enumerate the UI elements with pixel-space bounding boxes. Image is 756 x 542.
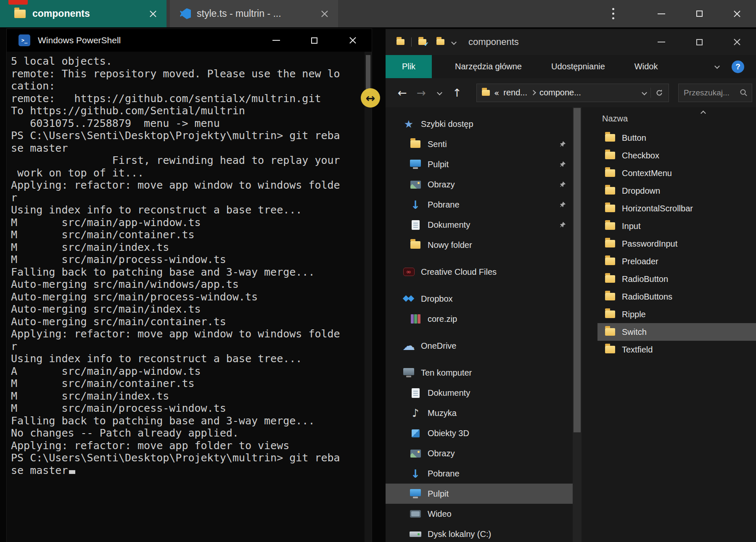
file-item-dropdown[interactable]: Dropdown: [597, 182, 756, 200]
help-icon[interactable]: ?: [732, 61, 744, 73]
search-icon: [740, 89, 748, 97]
maximize-button[interactable]: [680, 0, 718, 27]
file-item-label: RadioButtons: [622, 292, 672, 302]
sidebar-item-wideo[interactable]: Wideo: [386, 504, 573, 524]
sidebar-item-pobrane[interactable]: ↓ Pobrane: [386, 195, 573, 215]
file-item-ripple[interactable]: Ripple: [597, 305, 756, 323]
pin-icon[interactable]: [559, 181, 566, 188]
up-button[interactable]: ↑: [448, 87, 466, 98]
file-item-passwordinput[interactable]: PasswordInput: [597, 235, 756, 253]
close-button[interactable]: [718, 0, 756, 27]
refresh-icon[interactable]: [655, 89, 663, 97]
explorer-titlebar[interactable]: ✓ components: [386, 29, 756, 55]
sidebar-item-label: Obrazy: [428, 180, 455, 189]
file-item-label: Ripple: [622, 310, 646, 319]
explorer-scrollbar[interactable]: [573, 107, 582, 542]
sidebar-item-nowy-folder[interactable]: Nowy folder: [386, 235, 573, 255]
maximize-button[interactable]: [295, 29, 333, 52]
sidebar-item-creative-cloud-files[interactable]: ∞ Creative Cloud Files: [386, 262, 573, 282]
recent-locations-chevron-icon[interactable]: [431, 91, 448, 95]
window-controls: [600, 0, 756, 27]
sidebar-item-label: Ten komputer: [421, 368, 472, 378]
file-item-button[interactable]: Button: [597, 129, 756, 147]
minimize-button[interactable]: [642, 0, 680, 27]
ribbon-tab-udostepnianie[interactable]: Udostępnianie: [551, 62, 605, 71]
ribbon-tab-plik[interactable]: Plik: [386, 55, 432, 78]
file-item-contextmenu[interactable]: ContextMenu: [597, 164, 756, 182]
sidebar-item-ten-komputer[interactable]: Ten komputer: [386, 363, 573, 383]
sidebar-item-pulpit-2[interactable]: Pulpit: [386, 484, 573, 504]
sidebar-item-onedrive[interactable]: ☁ OneDrive: [386, 336, 573, 356]
sidebar-item-muzyka[interactable]: ♪ Muzyka: [386, 403, 573, 423]
divider: [650, 88, 651, 98]
sort-ascending-icon: [700, 111, 706, 116]
sidebar-item-label: OneDrive: [421, 341, 456, 351]
file-item-label: Switch: [622, 327, 647, 337]
close-icon[interactable]: [149, 10, 157, 18]
breadcrumb-item[interactable]: compone...: [539, 88, 581, 97]
picture-icon: [410, 181, 421, 189]
file-item-horizontalscrollbar[interactable]: HorizontalScrollbar: [597, 200, 756, 217]
sidebar-item-obrazy[interactable]: Obrazy: [386, 174, 573, 195]
file-list: Nazwa Button Checkbox ContextMenu Dropdo…: [582, 107, 756, 542]
window-folder-icon: [397, 39, 404, 45]
sidebar-item-dokumenty[interactable]: Dokumenty: [386, 215, 573, 235]
sidebar-item-label: Pulpit: [428, 489, 449, 499]
column-header-nazwa[interactable]: Nazwa: [582, 107, 756, 129]
qat-new-folder-icon[interactable]: [436, 39, 444, 45]
kebab-menu-icon[interactable]: [600, 0, 626, 27]
search-box[interactable]: [678, 84, 752, 102]
tab-label: components: [32, 8, 90, 19]
file-item-textfield[interactable]: Textfield: [597, 341, 756, 358]
close-button[interactable]: [333, 29, 372, 52]
maximize-button[interactable]: [680, 29, 718, 55]
vscode-icon: [180, 8, 191, 19]
sidebar-item-dropbox[interactable]: Dropbox: [386, 289, 573, 309]
ribbon-expand-chevron-icon[interactable]: [714, 63, 720, 69]
sidebar-item-dokumenty-2[interactable]: Dokumenty: [386, 383, 573, 403]
powershell-title: Windows PowerShell: [38, 35, 121, 45]
pin-icon[interactable]: [559, 141, 566, 147]
close-icon[interactable]: [320, 10, 329, 18]
pin-icon[interactable]: [559, 221, 566, 228]
file-item-radiobutton[interactable]: RadioButton: [597, 270, 756, 288]
sidebar-item-senti[interactable]: Senti: [386, 134, 573, 154]
breadcrumb-overflow-icon[interactable]: «: [494, 89, 499, 97]
minimize-button[interactable]: [642, 29, 680, 55]
ribbon-tab-widok[interactable]: Widok: [634, 62, 658, 71]
tab-style-ts[interactable]: style.ts - multrin - ...: [170, 0, 338, 27]
breadcrumb-item[interactable]: rend...: [503, 88, 527, 97]
sidebar-item-core-zip[interactable]: core.zip: [386, 309, 573, 329]
minimize-button[interactable]: [257, 29, 295, 52]
file-item-checkbox[interactable]: Checkbox: [597, 147, 756, 164]
search-input[interactable]: [683, 88, 740, 98]
back-button[interactable]: ←: [393, 87, 412, 98]
file-item-radiobuttons[interactable]: RadioButtons: [597, 288, 756, 305]
sidebar-item-szybki-dostep[interactable]: ★ Szybki dostęp: [386, 114, 573, 134]
scrollbar-thumb[interactable]: [366, 55, 370, 92]
sidebar-item-obiekty-3d[interactable]: Obiekty 3D: [386, 423, 573, 443]
sidebar-item-pobrane-2[interactable]: ↓ Pobrane: [386, 463, 573, 484]
qat-properties-icon[interactable]: ✓: [418, 39, 426, 45]
file-item-preloader[interactable]: Preloader: [597, 253, 756, 270]
pin-icon[interactable]: [559, 201, 566, 208]
powershell-titlebar[interactable]: >_ Windows PowerShell: [7, 29, 372, 52]
pin-icon[interactable]: [559, 161, 566, 168]
sidebar-item-obrazy-2[interactable]: Obrazy: [386, 443, 573, 463]
close-button[interactable]: [718, 29, 756, 55]
address-history-chevron-icon[interactable]: [642, 90, 647, 95]
sidebar-item-pulpit[interactable]: Pulpit: [386, 154, 573, 174]
forward-button[interactable]: →: [412, 87, 431, 98]
close-icon: [349, 36, 357, 45]
sidebar-item-label: Obrazy: [428, 449, 455, 458]
ribbon-tab-narzedzia-glowne[interactable]: Narzędzia główne: [455, 62, 522, 71]
file-item-input[interactable]: Input: [597, 217, 756, 235]
document-icon: [412, 220, 420, 230]
file-item-switch[interactable]: Switch: [597, 323, 756, 341]
scrollbar-thumb[interactable]: [574, 108, 581, 432]
address-bar[interactable]: « rend... compone...: [476, 84, 669, 102]
folder-icon: [410, 140, 420, 148]
sidebar-item-dysk-lokalny-c[interactable]: Dysk lokalny (C:): [386, 524, 573, 542]
qat-customize-chevron-icon[interactable]: [451, 39, 457, 45]
terminal-scrollbar[interactable]: [365, 52, 372, 542]
